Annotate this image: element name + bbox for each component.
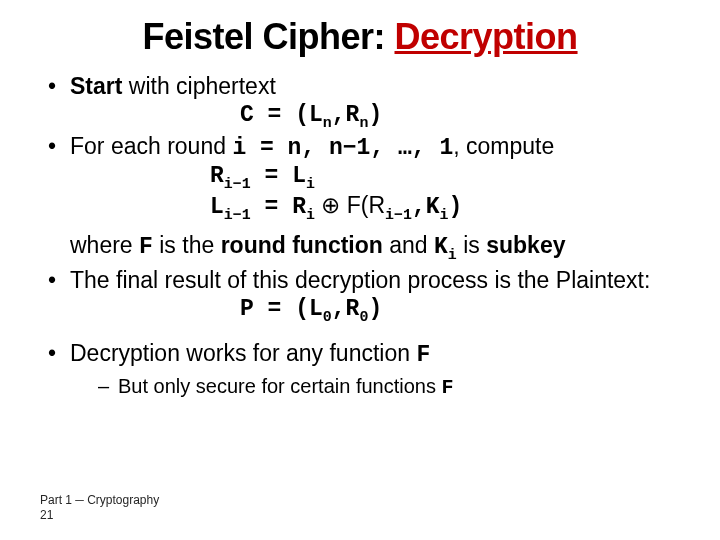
bullet-list: Start with ciphertext C = (Ln,Rn) For ea… bbox=[48, 72, 680, 222]
spacer bbox=[40, 325, 680, 339]
slide: Feistel Cipher: Decryption Start with ci… bbox=[0, 0, 720, 540]
bullet-anyf: Decryption works for any function F But … bbox=[48, 339, 680, 400]
start-word: Start bbox=[70, 73, 122, 99]
plaintext-formula: P = (L0,R0) bbox=[240, 295, 680, 324]
bullet-rounds: For each round i = n, n−1, …, 1, compute… bbox=[48, 132, 680, 222]
round-formula-l: Li−1 = Ri ⊕ F(Ri−1,Ki) bbox=[210, 191, 680, 222]
rounds-post: , compute bbox=[453, 133, 554, 159]
page-number: 21 bbox=[40, 508, 159, 522]
sub-list: But only secure for certain functions F bbox=[98, 374, 680, 400]
sub-secure: But only secure for certain functions F bbox=[98, 374, 680, 400]
ciphertext-formula: C = (Ln,Rn) bbox=[240, 101, 680, 130]
title-emphasis: Decryption bbox=[395, 16, 578, 57]
bullet-list-2: The final result of this decryption proc… bbox=[48, 266, 680, 324]
where-line: where F is the round function and Ki is … bbox=[70, 232, 680, 260]
start-rest: with ciphertext bbox=[122, 73, 275, 99]
bullet-list-3: Decryption works for any function F But … bbox=[48, 339, 680, 400]
footer: Part 1 ─ Cryptography 21 bbox=[40, 493, 159, 522]
rounds-iter: i = n, n−1, …, 1 bbox=[232, 135, 453, 161]
bullet-start: Start with ciphertext C = (Ln,Rn) bbox=[48, 72, 680, 130]
slide-title: Feistel Cipher: Decryption bbox=[40, 16, 680, 58]
footer-text: Part 1 ─ Cryptography bbox=[40, 493, 159, 507]
round-formula-r: Ri−1 = Li bbox=[210, 162, 680, 191]
rounds-pre: For each round bbox=[70, 133, 232, 159]
bullet-plaintext: The final result of this decryption proc… bbox=[48, 266, 680, 324]
title-prefix: Feistel Cipher: bbox=[142, 16, 394, 57]
